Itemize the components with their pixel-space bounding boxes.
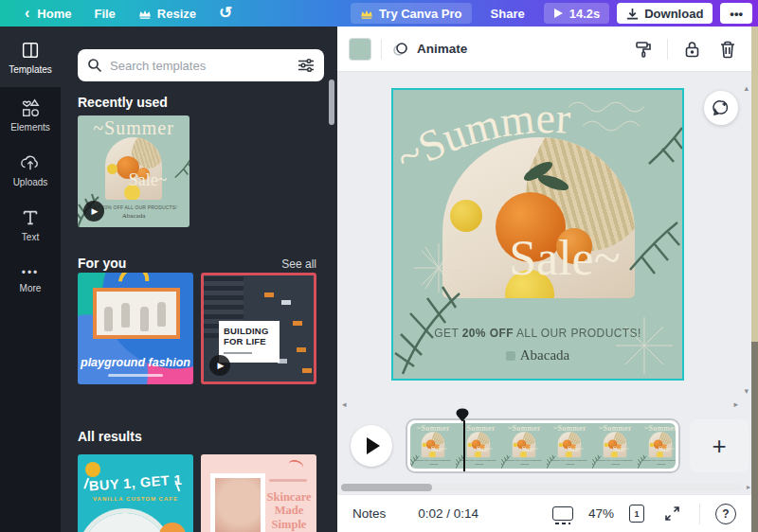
thumb-title-text: ~Summer (78, 117, 190, 139)
sidebar-item-uploads[interactable]: Uploads (0, 142, 61, 197)
lock-icon (683, 40, 701, 59)
template-thumbnail-building-for-life[interactable]: BUILDING FOR LIFE ▶ (201, 273, 316, 384)
scroll-down-arrow[interactable]: ▾ (744, 386, 749, 396)
add-page-button[interactable]: + (690, 419, 749, 472)
filter-icon[interactable] (298, 58, 315, 73)
playhead-marker[interactable] (456, 408, 469, 426)
roller-style-button[interactable] (631, 37, 656, 62)
scrollbar-thumb[interactable] (341, 484, 432, 491)
expand-icon (664, 505, 680, 522)
frame-sale-text: Sale~ (513, 446, 547, 454)
frame-sale-text: Sale~ (558, 446, 592, 454)
scroll-up-arrow[interactable]: ▴ (744, 83, 749, 93)
try-pro-label: Try Canva Pro (379, 7, 461, 21)
scroll-right-arrow[interactable]: ▸ (733, 399, 738, 409)
uploads-label: Uploads (13, 177, 48, 187)
resize-button[interactable]: Resize (127, 0, 208, 27)
frame-offer-text: GET 20% OFF ALL OUR PRODUCTS! (638, 459, 676, 461)
frame-preview: ~Summer Sale~ GET 20% OFF ALL OUR PRODUC… (547, 423, 592, 469)
file-label: File (94, 7, 115, 21)
home-button[interactable]: ‹ Home (13, 0, 82, 27)
timeline-frame[interactable]: ~Summer Sale~ GET 20% OFF ALL OUR PRODUC… (501, 423, 547, 469)
top-bar: ‹ Home File Resize ↺ Try Canva Pro (0, 0, 758, 27)
design-offer-text[interactable]: GET 20% OFF ALL OUR PRODUCTS! (393, 327, 682, 340)
building-title-card: BUILDING FOR LIFE (219, 321, 280, 363)
timeline-clip[interactable]: ~Summer Sale~ GET 20% OFF ALL OUR PRODUC… (406, 418, 680, 473)
duration-label: 14.2s (569, 7, 601, 21)
sidebar-item-text[interactable]: Text (0, 197, 61, 252)
see-all-link[interactable]: See all (281, 257, 316, 271)
timeline-scrollbar: ▸ (337, 481, 751, 494)
download-button[interactable]: Download (617, 3, 713, 24)
help-button[interactable]: ? (715, 504, 736, 524)
elements-label: Elements (10, 122, 50, 133)
timeline-play-button[interactable] (351, 425, 392, 467)
lock-button[interactable] (679, 37, 704, 62)
more-dots-icon: ••• (22, 266, 40, 279)
try-canva-pro-button[interactable]: Try Canva Pro (351, 3, 471, 24)
templates-label: Templates (9, 64, 52, 75)
timeline-frame[interactable]: ~Summer Sale~ GET 20% OFF ALL OUR PRODUC… (638, 423, 676, 469)
template-thumbnail-skincare[interactable]: Skincare Made Simple (201, 454, 316, 532)
download-label: Download (644, 7, 703, 21)
status-bar: Notes 0:02 / 0:14 47% 1 (337, 494, 751, 532)
templates-panel: Recently used ~Summer (61, 27, 337, 532)
animate-button[interactable]: Animate (391, 40, 467, 59)
timeline-frame[interactable]: ~Summer Sale~ GET 20% OFF ALL OUR PRODUC… (592, 423, 638, 469)
design-sale-text[interactable]: Sale~ (439, 230, 682, 286)
preview-duration-button[interactable]: 14.2s (544, 3, 610, 24)
play-icon (553, 8, 564, 19)
design-page[interactable]: ~Summer Sale~ GET 20% OFF ALL OUR PRODUC… (393, 90, 682, 379)
more-options-button[interactable]: ••• (720, 3, 752, 24)
timeline-frame[interactable]: ~Summer Sale~ GET 20% OFF ALL OUR PRODUC… (410, 423, 456, 469)
desktop-edge-strip (751, 27, 758, 532)
frame-offer-text: GET 20% OFF ALL OUR PRODUCTS! (547, 459, 592, 461)
crown-pro-icon (360, 9, 373, 19)
frame-brand-text: Abacada (410, 462, 456, 465)
comment-plus-icon (713, 99, 730, 116)
file-menu-button[interactable]: File (82, 0, 126, 27)
sidebar-item-elements[interactable]: Elements (0, 87, 61, 142)
undo-button[interactable]: ↺ (208, 0, 244, 27)
sidebar-item-templates[interactable]: Templates (0, 27, 61, 87)
more-label: More (20, 283, 42, 293)
price-badge (159, 523, 186, 532)
duration-view-icon[interactable] (552, 506, 573, 521)
skincare-topline (269, 479, 307, 482)
scroll-right-arrow[interactable]: ▸ (747, 483, 750, 491)
divider (381, 39, 382, 60)
brand-logo-icon (506, 351, 515, 361)
rays-decoration (287, 458, 304, 473)
design-brand[interactable]: Abacada (393, 347, 682, 364)
template-thumbnail-playground-fashion[interactable]: playground fashion (78, 273, 193, 384)
recently-used-thumbnail[interactable]: ~Summer Sale~ GET 2 (78, 115, 190, 227)
fullscreen-button[interactable] (659, 502, 684, 526)
frame-sale-text: Sale~ (604, 446, 638, 454)
playhead-line (463, 420, 465, 471)
panel-scrollbar[interactable] (329, 80, 334, 125)
page-number: 1 (634, 509, 639, 519)
search-input[interactable] (110, 59, 290, 73)
more-dots-icon: ••• (730, 7, 743, 21)
template-thumbnail-buy-one-get-one[interactable]: BUY 1, GET 1 VANILLA CUSTOM CAFE (78, 454, 193, 532)
sidebar-item-more[interactable]: ••• More (0, 252, 61, 307)
uploads-icon (20, 152, 41, 173)
delete-button[interactable] (715, 37, 740, 62)
add-comment-button[interactable] (704, 91, 738, 125)
templates-icon (20, 40, 41, 61)
background-color-swatch[interactable] (349, 38, 371, 61)
search-box[interactable] (78, 49, 324, 81)
pages-icon[interactable]: 1 (629, 505, 644, 523)
share-button[interactable]: Share (479, 0, 536, 27)
notes-button[interactable]: Notes (352, 506, 386, 521)
time-indicator: 0:02 / 0:14 (418, 506, 478, 521)
scroll-left-arrow[interactable]: ◂ (342, 399, 347, 409)
all-results-heading: All results (78, 429, 142, 444)
playground-subtitle-line (108, 374, 163, 377)
timeline-frame[interactable]: ~Summer Sale~ GET 20% OFF ALL OUR PRODUC… (547, 423, 592, 469)
canvas-area: Animate (337, 27, 751, 532)
buy-subtitle-text: VANILLA CUSTOM CAFE (78, 496, 193, 502)
thumb-sale-text: Sale~ (106, 170, 190, 190)
zoom-level[interactable]: 47% (588, 506, 614, 521)
frame-offer-text: GET 20% OFF ALL OUR PRODUCTS! (592, 459, 638, 461)
